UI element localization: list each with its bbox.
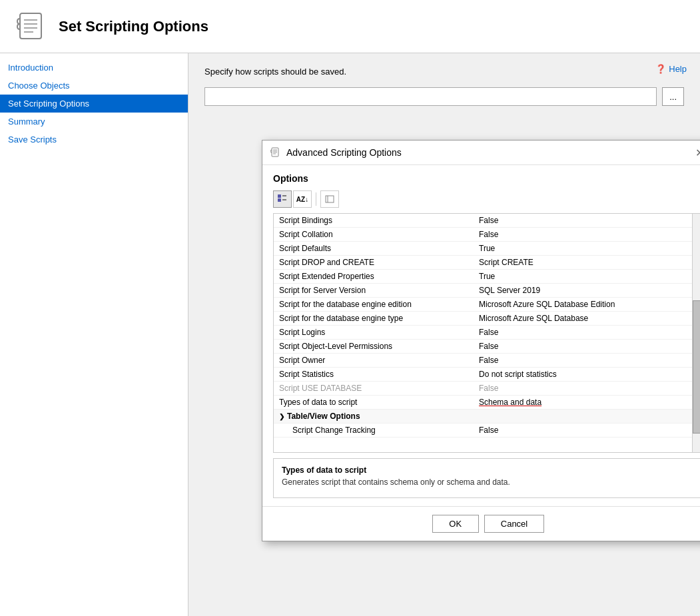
categorized-icon [278, 194, 287, 204]
table-row[interactable]: Script Statistics Do not script statisti… [274, 368, 700, 382]
toolbar-properties-btn[interactable] [320, 190, 339, 208]
table-row[interactable]: Types of data to script Schema and data [274, 396, 700, 410]
row-name: Types of data to script [279, 398, 479, 407]
row-value: False [479, 342, 697, 351]
ok-button[interactable]: OK [432, 515, 479, 533]
description-area: Types of data to script Generates script… [273, 458, 700, 498]
options-table[interactable]: Script Bindings False Script Collation F… [273, 213, 700, 453]
table-row[interactable]: Script USE DATABASE False [274, 382, 700, 396]
row-value: Microsoft Azure SQL Database Edition [479, 300, 697, 309]
advanced-dialog: Advanced Scripting Options ✕ Options [262, 140, 700, 541]
options-label: Options [273, 173, 700, 184]
row-value: SQL Server 2019 [479, 286, 697, 295]
row-value: True [479, 272, 697, 281]
row-value: False [479, 328, 697, 337]
alpha-icon: AZ↓ [296, 196, 308, 203]
row-value: Microsoft Azure SQL Database [479, 314, 697, 323]
table-row[interactable]: Script Defaults True [274, 242, 700, 256]
description-text: Generates script that contains schema on… [282, 477, 695, 487]
dialog-title: Advanced Scripting Options [286, 147, 402, 158]
table-row[interactable]: Script Logins False [274, 326, 700, 340]
section-value [479, 412, 697, 421]
wizard-sidebar: Introduction Choose Objects Set Scriptin… [0, 53, 188, 616]
row-value: False [479, 384, 697, 393]
row-name: Script Defaults [279, 244, 479, 253]
collapse-icon[interactable]: ❯ [279, 413, 284, 420]
table-row[interactable]: Script Change Tracking False [274, 424, 700, 438]
sidebar-item-choose-objects[interactable]: Choose Objects [0, 77, 188, 95]
row-name: Script USE DATABASE [279, 384, 479, 393]
row-name: Script Extended Properties [279, 272, 479, 281]
row-name: Script for the database engine edition [279, 300, 479, 309]
wizard-header: Set Scripting Options [0, 0, 700, 53]
wizard-window: Set Scripting Options Introduction Choos… [0, 0, 700, 616]
row-name: Script Owner [279, 356, 479, 365]
dialog-titlebar-left: Advanced Scripting Options [270, 147, 402, 158]
help-icon: ❓ [655, 64, 666, 74]
table-row[interactable]: Script Object-Level Permissions False [274, 340, 700, 354]
table-section-header: ❯ Table/View Options [274, 410, 700, 424]
row-name: Script Object-Level Permissions [279, 342, 479, 351]
wizard-body: Introduction Choose Objects Set Scriptin… [0, 53, 700, 616]
wizard-icon [15, 11, 47, 43]
script-path-input[interactable] [204, 87, 657, 106]
section-name: ❯ Table/View Options [279, 412, 479, 421]
row-name: Script Statistics [279, 370, 479, 379]
row-value: Do not script statistics [479, 370, 697, 379]
toolbar-alphabetical-btn[interactable]: AZ↓ [293, 190, 312, 208]
row-value: False [479, 230, 697, 239]
options-table-inner: Script Bindings False Script Collation F… [274, 214, 700, 438]
row-name: Script Collation [279, 230, 479, 239]
dialog-close-button[interactable]: ✕ [693, 146, 700, 159]
input-row: ... [204, 87, 684, 106]
scrollbar-thumb[interactable] [693, 300, 700, 434]
cancel-button[interactable]: Cancel [484, 515, 544, 533]
row-value: False [479, 356, 697, 365]
table-row[interactable]: Script Extended Properties True [274, 270, 700, 284]
toolbar-separator [316, 192, 316, 206]
wizard-content: ❓ Help Specify how scripts should be sav… [188, 53, 700, 616]
help-label: Help [669, 64, 687, 74]
row-name: Script for the database engine type [279, 314, 479, 323]
table-row[interactable]: Script Collation False [274, 228, 700, 242]
sidebar-item-introduction[interactable]: Introduction [0, 59, 188, 77]
svg-rect-14 [326, 196, 334, 202]
row-name: Script DROP and CREATE [279, 258, 479, 267]
table-row[interactable]: Script DROP and CREATE Script CREATE [274, 256, 700, 270]
table-row[interactable]: Script for the database engine type Micr… [274, 312, 700, 326]
table-row[interactable]: Script for Server Version SQL Server 201… [274, 284, 700, 298]
row-name: Script for Server Version [279, 286, 479, 295]
sidebar-item-set-scripting-options[interactable]: Set Scripting Options [0, 95, 188, 113]
dialog-title-icon [270, 147, 281, 158]
sidebar-item-save-scripts[interactable]: Save Scripts [0, 131, 188, 149]
description-title: Types of data to script [282, 465, 695, 475]
row-value: Script CREATE [479, 258, 697, 267]
dialog-footer: OK Cancel [262, 506, 700, 541]
svg-rect-5 [272, 148, 278, 156]
page-title: Set Scripting Options [59, 18, 208, 35]
help-link[interactable]: ❓ Help [655, 64, 687, 74]
row-value: Schema and data [479, 398, 697, 407]
dialog-titlebar: Advanced Scripting Options ✕ [262, 141, 700, 165]
browse-button[interactable]: ... [662, 87, 684, 106]
scrollbar[interactable] [692, 214, 700, 452]
svg-rect-11 [278, 198, 281, 202]
table-row[interactable]: Script Bindings False [274, 214, 700, 228]
row-name: Script Logins [279, 328, 479, 337]
options-toolbar: AZ↓ [273, 190, 700, 208]
row-name: Script Change Tracking [279, 426, 479, 435]
table-row[interactable]: Script for the database engine edition M… [274, 298, 700, 312]
svg-rect-0 [20, 13, 41, 39]
toolbar-categorized-btn[interactable] [273, 190, 292, 208]
row-value: False [479, 216, 697, 225]
wizard-header-icon [13, 9, 48, 44]
properties-icon [325, 194, 334, 204]
row-name: Script Bindings [279, 216, 479, 225]
svg-rect-10 [278, 194, 281, 198]
row-value: False [479, 426, 697, 435]
content-description: Specify how scripts should be saved. [204, 67, 684, 77]
dialog-body: Options AZ↓ [262, 165, 700, 506]
row-value: True [479, 244, 697, 253]
sidebar-item-summary[interactable]: Summary [0, 113, 188, 131]
table-row[interactable]: Script Owner False [274, 354, 700, 368]
